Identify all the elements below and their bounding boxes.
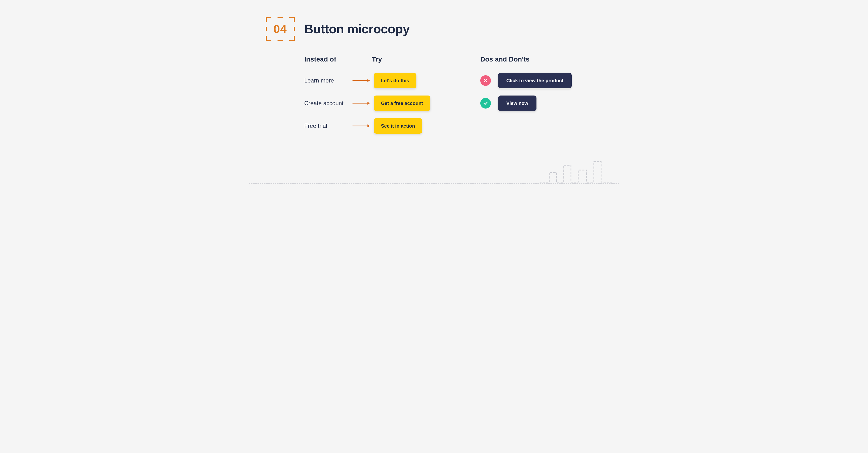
arrow-right-icon	[352, 101, 374, 105]
header-instead-of: Instead of	[304, 56, 372, 63]
instead-label: Free trial	[304, 123, 352, 129]
do-button[interactable]: View now	[498, 95, 536, 111]
do-row: View now	[480, 95, 605, 111]
column-headers-left: Instead of Try	[304, 56, 454, 63]
example-row: Learn more Let's do this	[304, 73, 454, 88]
slide-header: 04 Button microcopy	[266, 17, 410, 41]
decorative-skyline-icon	[539, 158, 612, 190]
arrow-right-icon	[352, 79, 374, 83]
example-row: Free trial See it in action	[304, 118, 454, 133]
dont-button[interactable]: Click to view the product	[498, 73, 572, 88]
slide-title: Button microcopy	[304, 22, 410, 36]
example-row: Create account Get a free account	[304, 95, 454, 111]
svg-marker-1	[368, 79, 370, 82]
header-try: Try	[372, 56, 382, 63]
column-instead-try: Instead of Try Learn more Let's do this …	[304, 56, 454, 141]
column-dos-donts: Dos and Don'ts Click to view the product…	[480, 56, 605, 141]
instead-label: Learn more	[304, 77, 352, 84]
slide-content: Instead of Try Learn more Let's do this …	[304, 56, 605, 141]
slide-number: 04	[273, 23, 287, 36]
svg-marker-3	[368, 102, 370, 105]
slide-number-frame: 04	[266, 17, 294, 41]
slide: 04 Button microcopy Instead of Try Learn…	[249, 0, 619, 193]
try-button[interactable]: Get a free account	[374, 95, 430, 111]
instead-label: Create account	[304, 100, 352, 107]
check-icon	[480, 98, 491, 109]
column-headers-right: Dos and Don'ts	[480, 56, 605, 63]
x-icon	[480, 75, 491, 86]
dont-row: Click to view the product	[480, 73, 605, 88]
try-button[interactable]: Let's do this	[374, 73, 416, 88]
try-button[interactable]: See it in action	[374, 118, 422, 133]
svg-marker-5	[368, 124, 370, 127]
header-dos-donts: Dos and Don'ts	[480, 56, 529, 63]
arrow-right-icon	[352, 124, 374, 128]
